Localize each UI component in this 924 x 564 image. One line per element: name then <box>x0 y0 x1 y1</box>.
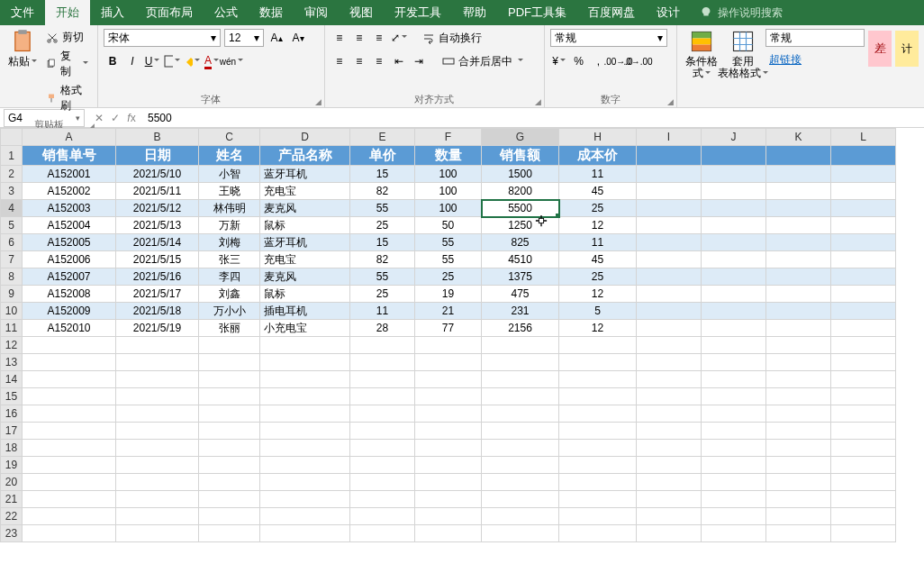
paste-button[interactable]: 粘贴 <box>5 29 39 68</box>
cell-A23[interactable] <box>23 525 116 542</box>
cell-K4[interactable] <box>766 200 831 217</box>
cell-L22[interactable] <box>831 508 896 525</box>
cell-F2[interactable]: 100 <box>415 166 482 183</box>
spreadsheet-grid[interactable]: ABCDEFGHIJKL1销售单号日期姓名产品名称单价数量销售额成本价2A152… <box>0 128 924 564</box>
indent-decrease-button[interactable]: ⇤ <box>390 52 408 70</box>
cell-C19[interactable] <box>199 457 260 474</box>
cell-K8[interactable] <box>766 268 831 286</box>
cell-I8[interactable] <box>637 268 702 286</box>
cell-L3[interactable] <box>831 183 896 200</box>
cell-H6[interactable]: 11 <box>559 234 637 251</box>
cell-J12[interactable] <box>702 337 766 354</box>
row-header-8[interactable]: 8 <box>1 268 23 286</box>
cell-A16[interactable] <box>23 405 116 423</box>
cell-H19[interactable] <box>559 457 637 474</box>
cell-L14[interactable] <box>831 371 896 388</box>
border-button[interactable] <box>163 52 181 70</box>
cell-J20[interactable] <box>702 474 766 491</box>
merge-center-button[interactable]: 合并后居中 <box>439 53 527 70</box>
cell-B9[interactable]: 2021/5/17 <box>116 286 199 303</box>
cell-F8[interactable]: 25 <box>415 268 482 286</box>
cell-E16[interactable] <box>350 405 415 423</box>
cell-D18[interactable] <box>260 440 350 457</box>
cell-D23[interactable] <box>260 525 350 542</box>
cell-L10[interactable] <box>831 303 896 320</box>
tab-百度网盘[interactable]: 百度网盘 <box>577 0 646 25</box>
cell-F5[interactable]: 50 <box>415 217 482 234</box>
cell-A18[interactable] <box>23 440 116 457</box>
cell-J2[interactable] <box>702 166 766 183</box>
cell-I2[interactable] <box>637 166 702 183</box>
font-size-combo[interactable]: 12▾ <box>224 29 264 47</box>
cell-B19[interactable] <box>116 457 199 474</box>
cell-D1[interactable]: 产品名称 <box>260 146 350 166</box>
cell-H18[interactable] <box>559 440 637 457</box>
cell-D22[interactable] <box>260 508 350 525</box>
cell-I17[interactable] <box>637 423 702 440</box>
cell-A3[interactable]: A152002 <box>23 183 116 200</box>
cell-D15[interactable] <box>260 388 350 405</box>
cell-K7[interactable] <box>766 251 831 268</box>
cell-K10[interactable] <box>766 303 831 320</box>
row-header-22[interactable]: 22 <box>1 508 23 525</box>
cell-F6[interactable]: 55 <box>415 234 482 251</box>
cell-A12[interactable] <box>23 337 116 354</box>
cell-G22[interactable] <box>482 508 559 525</box>
row-header-6[interactable]: 6 <box>1 234 23 251</box>
cell-F16[interactable] <box>415 405 482 423</box>
cell-A1[interactable]: 销售单号 <box>23 146 116 166</box>
cell-F21[interactable] <box>415 491 482 508</box>
cell-L2[interactable] <box>831 166 896 183</box>
cell-L18[interactable] <box>831 440 896 457</box>
cell-B10[interactable]: 2021/5/18 <box>116 303 199 320</box>
cell-D8[interactable]: 麦克风 <box>260 268 350 286</box>
cell-E14[interactable] <box>350 371 415 388</box>
cell-I20[interactable] <box>637 474 702 491</box>
cell-E15[interactable] <box>350 388 415 405</box>
cell-G15[interactable] <box>482 388 559 405</box>
cell-L12[interactable] <box>831 337 896 354</box>
cell-L11[interactable] <box>831 320 896 337</box>
align-right-button[interactable]: ≡ <box>370 52 388 70</box>
cell-C11[interactable]: 张丽 <box>199 320 260 337</box>
cell-D16[interactable] <box>260 405 350 423</box>
cell-G11[interactable]: 2156 <box>482 320 559 337</box>
cell-D13[interactable] <box>260 354 350 371</box>
cell-C4[interactable]: 林伟明 <box>199 200 260 217</box>
col-header-F[interactable]: F <box>415 129 482 146</box>
cell-E19[interactable] <box>350 457 415 474</box>
cell-C23[interactable] <box>199 525 260 542</box>
cell-B17[interactable] <box>116 423 199 440</box>
align-center-button[interactable]: ≡ <box>350 52 368 70</box>
cell-J14[interactable] <box>702 371 766 388</box>
cell-F11[interactable]: 77 <box>415 320 482 337</box>
cell-F4[interactable]: 100 <box>415 200 482 217</box>
cell-D5[interactable]: 鼠标 <box>260 217 350 234</box>
cell-J7[interactable] <box>702 251 766 268</box>
conditional-format-button[interactable]: 条件格式 <box>683 29 720 79</box>
cell-B18[interactable] <box>116 440 199 457</box>
italic-button[interactable]: I <box>123 52 141 70</box>
bold-button[interactable]: B <box>104 52 122 70</box>
cell-D4[interactable]: 麦克风 <box>260 200 350 217</box>
number-format-combo[interactable]: 常规▾ <box>550 29 667 47</box>
cell-B7[interactable]: 2021/5/15 <box>116 251 199 268</box>
decrease-decimal-button[interactable]: .0→.00 <box>630 52 648 70</box>
row-header-19[interactable]: 19 <box>1 457 23 474</box>
cell-G3[interactable]: 8200 <box>482 183 559 200</box>
cell-I7[interactable] <box>637 251 702 268</box>
cell-E3[interactable]: 82 <box>350 183 415 200</box>
cell-E21[interactable] <box>350 491 415 508</box>
cell-K14[interactable] <box>766 371 831 388</box>
cell-J23[interactable] <box>702 525 766 542</box>
row-header-16[interactable]: 16 <box>1 405 23 423</box>
cell-I23[interactable] <box>637 525 702 542</box>
row-header-21[interactable]: 21 <box>1 491 23 508</box>
cell-L21[interactable] <box>831 491 896 508</box>
cell-C15[interactable] <box>199 388 260 405</box>
col-header-A[interactable]: A <box>23 129 116 146</box>
cell-L17[interactable] <box>831 423 896 440</box>
cell-C21[interactable] <box>199 491 260 508</box>
cell-F19[interactable] <box>415 457 482 474</box>
cell-H2[interactable]: 11 <box>559 166 637 183</box>
